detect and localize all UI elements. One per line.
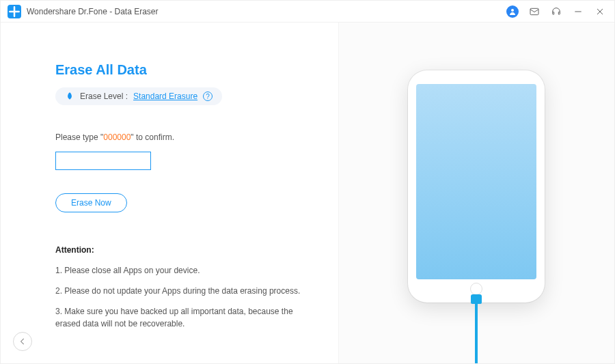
attention-item: 2. Please do not update your Apps during… — [55, 285, 311, 297]
help-icon[interactable]: ? — [203, 92, 213, 101]
account-icon[interactable] — [506, 5, 519, 18]
attention-item: 1. Please close all Apps on your device. — [55, 264, 311, 277]
attention-section: Attention: 1. Please close all Apps on y… — [55, 245, 311, 330]
confirm-code: 000000 — [103, 132, 131, 142]
app-title: Wondershare Dr.Fone - Data Eraser — [27, 7, 159, 16]
title-bar: Wondershare Dr.Fone - Data Eraser — [1, 1, 614, 23]
svg-rect-1 — [530, 8, 538, 14]
content-panel: Erase All Data Erase Level : Standard Er… — [1, 23, 338, 363]
cable-icon — [475, 303, 478, 364]
close-button[interactable] — [594, 5, 606, 18]
erase-level-label: Erase Level : — [80, 92, 128, 101]
page-heading: Erase All Data — [55, 62, 311, 78]
attention-item: 3. Make sure you have backed up all impo… — [55, 305, 311, 330]
headset-icon[interactable] — [550, 5, 562, 18]
confirm-instruction: Please type "000000" to confirm. — [55, 132, 311, 142]
svg-point-0 — [511, 9, 514, 12]
phone-screen — [416, 84, 536, 279]
attention-title: Attention: — [55, 245, 311, 255]
rocket-icon — [65, 92, 74, 101]
erase-level-pill: Erase Level : Standard Erasure ? — [55, 87, 222, 105]
confirm-input[interactable] — [55, 152, 151, 170]
mail-icon[interactable] — [528, 5, 541, 18]
arrow-left-icon — [18, 337, 27, 346]
minimize-button[interactable] — [572, 5, 584, 18]
back-button[interactable] — [13, 332, 32, 351]
phone-home-button-icon — [470, 283, 482, 295]
app-logo-icon — [8, 5, 21, 18]
erase-now-button[interactable]: Erase Now — [55, 193, 127, 212]
erase-level-value[interactable]: Standard Erasure — [133, 92, 197, 101]
phone-mockup — [408, 70, 545, 303]
device-preview-panel — [338, 23, 614, 363]
